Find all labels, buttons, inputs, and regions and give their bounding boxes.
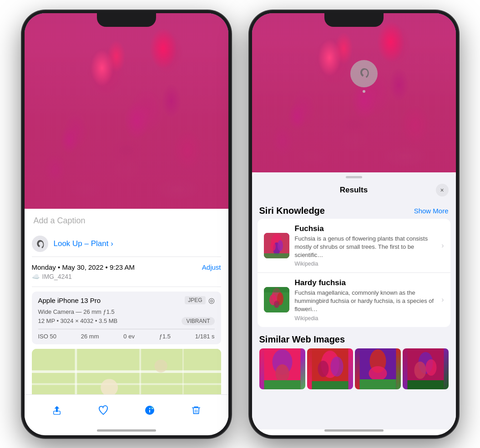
exif-iso: ISO 50	[38, 333, 56, 340]
heart-icon	[98, 405, 109, 416]
hardy-desc: Fuchsia magellanica, commonly known as t…	[295, 289, 438, 314]
siri-knowledge-title: Siri Knowledge	[259, 206, 325, 216]
bottom-toolbar: ✦	[25, 394, 228, 429]
home-indicator-right	[324, 429, 384, 432]
hardy-source: Wikipedia	[295, 315, 438, 322]
meta-row: Monday • May 30, 2022 • 9:23 AM Adjust ☁…	[32, 257, 221, 287]
right-phone: Results × Siri Knowledge Show More	[249, 10, 459, 438]
visual-intelligence-circle[interactable]	[350, 60, 378, 87]
location-icon: ◎	[208, 296, 215, 305]
adjust-button[interactable]: Adjust	[202, 263, 221, 271]
results-panel[interactable]: Results × Siri Knowledge Show More	[252, 172, 456, 429]
meta-filename: IMG_4241	[42, 273, 72, 280]
hardy-thumb	[264, 287, 289, 312]
similar-img-2[interactable]	[307, 348, 353, 389]
hardy-content: Hardy fuchsia Fuchsia magellanica, commo…	[295, 278, 438, 322]
sim-img-1-svg	[259, 348, 305, 389]
home-indicator-left	[97, 429, 156, 432]
svg-rect-2	[32, 383, 221, 385]
caption-area[interactable]: Add a Caption	[25, 209, 228, 231]
exif-shutter: 1/181 s	[195, 333, 215, 340]
svg-point-33	[330, 357, 343, 377]
info-button[interactable]: ✦	[140, 400, 160, 420]
hardy-item[interactable]: Hardy fuchsia Fuchsia magellanica, commo…	[258, 273, 450, 327]
notch-left	[97, 13, 156, 27]
similar-img-1[interactable]	[259, 348, 305, 389]
vibrant-badge: VIBRANT	[182, 317, 214, 325]
lookup-label: Look Up – Plant ›	[54, 239, 113, 248]
results-title: Results	[272, 186, 436, 195]
fuchsia-desc: Fuchsia is a genus of flowering plants t…	[295, 235, 438, 260]
right-phone-screen: Results × Siri Knowledge Show More	[252, 13, 456, 435]
close-icon: ×	[440, 186, 444, 194]
lookup-row[interactable]: Look Up – Plant ›	[32, 231, 221, 257]
svg-point-24	[274, 301, 279, 308]
fuchsia-content: Fuchsia Fuchsia is a genus of flowering …	[295, 224, 438, 267]
exif-aperture: ƒ1.5	[159, 333, 171, 340]
svg-rect-11	[149, 410, 150, 413]
fuchsia-source: Wikipedia	[295, 261, 438, 267]
svg-point-10	[149, 408, 150, 408]
notch-right	[324, 13, 384, 27]
svg-point-41	[414, 362, 426, 379]
similar-img-3[interactable]	[355, 348, 401, 389]
device-section: Apple iPhone 13 Pro JPEG ◎ Wide Camera —…	[32, 292, 221, 344]
hardy-name: Hardy fuchsia	[295, 278, 438, 287]
map-preview[interactable]	[32, 349, 221, 394]
fuchsia-chevron: ›	[441, 242, 444, 250]
meta-filename-row: ☁️ IMG_4241	[32, 273, 221, 280]
delete-button[interactable]	[186, 400, 206, 420]
svg-point-32	[318, 361, 328, 377]
sim-img-3-svg	[355, 348, 401, 389]
svg-rect-38	[359, 379, 396, 389]
fuchsia-item[interactable]: Fuchsia Fuchsia is a genus of flowering …	[258, 219, 450, 273]
trash-icon	[191, 405, 201, 415]
svg-point-7	[154, 359, 167, 372]
siri-knowledge-header: Siri Knowledge Show More	[252, 202, 456, 219]
photo-area-left[interactable]	[25, 13, 228, 209]
sim-img-2-svg	[307, 348, 353, 389]
show-more-button[interactable]: Show More	[414, 207, 449, 215]
info-icon: ✦	[144, 405, 155, 416]
favorite-button[interactable]	[93, 400, 113, 420]
similar-section: Similar Web Images	[252, 331, 456, 392]
leaf-icon	[35, 239, 45, 248]
info-section[interactable]: Look Up – Plant › Monday • May 30, 2022 …	[25, 231, 228, 394]
hardy-chevron: ›	[441, 296, 444, 304]
similar-title: Similar Web Images	[259, 334, 449, 345]
svg-rect-43	[407, 380, 444, 389]
flower-detail	[25, 13, 228, 209]
hardy-thumb-img	[264, 287, 289, 312]
svg-rect-19	[264, 253, 289, 258]
left-screen: Add a Caption Look Up – Plant	[25, 13, 228, 435]
right-screen: Results × Siri Knowledge Show More	[252, 13, 456, 435]
mp-spec: 12 MP • 3024 × 4032 • 3.5 MB	[38, 317, 118, 324]
camera-row: Wide Camera — 26 mm ƒ1.5	[38, 308, 215, 315]
exif-ev: 0 ev	[123, 333, 135, 340]
svg-rect-3	[75, 349, 77, 394]
meta-date-row: Monday • May 30, 2022 • 9:23 AM Adjust	[32, 263, 221, 271]
close-button[interactable]: ×	[436, 184, 449, 196]
fuchsia-name: Fuchsia	[295, 224, 438, 233]
lookup-chevron-inline: ›	[111, 239, 113, 248]
svg-point-42	[425, 359, 436, 376]
device-name: Apple iPhone 13 Pro	[38, 297, 101, 304]
similar-img-4[interactable]	[403, 348, 449, 389]
svg-rect-29	[264, 380, 300, 389]
svg-rect-1	[32, 370, 221, 373]
svg-point-17	[270, 242, 276, 251]
photo-area-right[interactable]	[252, 13, 456, 172]
fuchsia-thumb	[264, 233, 289, 258]
sim-img-4-svg	[403, 348, 449, 389]
caption-placeholder[interactable]: Add a Caption	[34, 216, 86, 225]
exif-row: ISO 50 26 mm 0 ev ƒ1.5 1/181 s	[38, 329, 215, 340]
lookup-icon-container	[32, 236, 48, 252]
lookup-prefix: Look Up –	[54, 239, 89, 248]
exif-focal: 26 mm	[81, 333, 99, 340]
share-button[interactable]	[47, 400, 67, 420]
phones-container: Add a Caption Look Up – Plant	[13, 1, 468, 447]
lookup-subject[interactable]: Plant	[91, 239, 109, 248]
svg-point-18	[278, 240, 283, 251]
results-handle[interactable]	[346, 176, 362, 178]
svg-rect-25	[264, 287, 289, 292]
